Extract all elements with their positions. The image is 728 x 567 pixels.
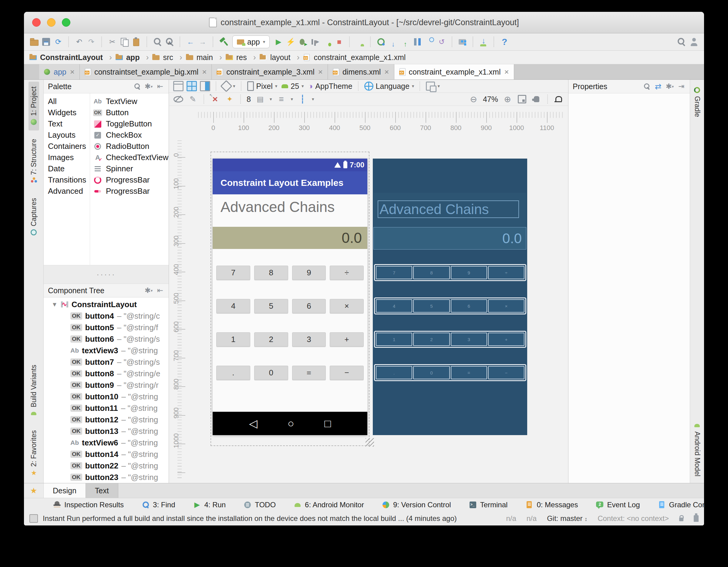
palette-category[interactable]: Date: [44, 163, 90, 174]
notifications-icon[interactable]: [555, 96, 562, 101]
calculator-button[interactable]: 5: [254, 299, 288, 313]
user-icon[interactable]: [689, 37, 699, 47]
tool-window-button[interactable]: 1: Project: [29, 82, 39, 130]
tool-window-toggle[interactable]: 4: Run: [193, 501, 226, 509]
zoom-out-icon[interactable]: [468, 94, 479, 104]
project-structure-icon[interactable]: [457, 37, 468, 47]
divider[interactable]: [349, 37, 350, 47]
close-button[interactable]: [32, 18, 41, 27]
blueprint-button[interactable]: 8: [413, 266, 450, 279]
infer-constraints-icon[interactable]: [224, 94, 235, 104]
blueprint-button[interactable]: 0: [413, 366, 450, 379]
calculator-button[interactable]: 1: [216, 332, 250, 346]
tab-close-icon[interactable]: ×: [318, 67, 323, 77]
calculator-button[interactable]: 8: [254, 266, 288, 280]
blueprint-button[interactable]: +: [488, 332, 524, 346]
zoom-button[interactable]: [62, 18, 70, 27]
paste-icon[interactable]: [131, 37, 142, 47]
expand-caret-icon[interactable]: ▼: [52, 301, 58, 308]
editor-tab[interactable]: constraint_example_3.xml ×: [212, 64, 328, 79]
help-icon[interactable]: ?: [499, 37, 510, 47]
tool-window-button[interactable]: Android Model: [692, 417, 703, 481]
tool-window-button[interactable]: Gradle: [692, 82, 703, 122]
run-icon[interactable]: ▶: [273, 37, 284, 47]
tool-window-button[interactable]: Captures: [29, 193, 39, 241]
redo-icon[interactable]: ↷: [86, 37, 96, 47]
tree-row[interactable]: Ab textView6 – "@string: [44, 437, 169, 448]
palette-category[interactable]: All: [44, 96, 90, 107]
palette-widget-item[interactable]: Button: [90, 107, 169, 118]
palette-category[interactable]: Images: [44, 152, 90, 163]
profile-icon[interactable]: [310, 37, 320, 47]
tab-close-icon[interactable]: ×: [202, 67, 207, 77]
blueprint-button[interactable]: 4: [376, 299, 412, 312]
compare-icon[interactable]: [412, 37, 423, 47]
divider[interactable]: [473, 37, 474, 47]
sync-icon[interactable]: ⟳: [53, 37, 63, 47]
calculator-button[interactable]: 2: [254, 332, 288, 346]
rollback-icon[interactable]: ↺: [436, 37, 447, 47]
divider[interactable]: [147, 37, 147, 47]
divider[interactable]: [101, 37, 102, 47]
blueprint-button[interactable]: 7: [376, 266, 412, 279]
dock-left-icon[interactable]: [156, 82, 164, 91]
search-icon[interactable]: [133, 82, 141, 91]
tree-row[interactable]: OK button6 – "@string/s: [44, 333, 169, 345]
orientation-selector[interactable]: ▾: [222, 82, 235, 90]
open-folder-icon[interactable]: [29, 37, 39, 47]
tree-row[interactable]: OK button10 – "@string: [44, 391, 169, 402]
recent-changes-icon[interactable]: [424, 37, 435, 47]
nav-back-icon[interactable]: ◁: [249, 417, 258, 430]
blueprint-heading-textview[interactable]: Advanced Chains: [378, 201, 519, 218]
breadcrumb-item[interactable]: res: [226, 53, 260, 62]
default-margin-value[interactable]: 8: [247, 95, 251, 104]
nav-home-icon[interactable]: ○: [288, 417, 294, 430]
calculator-button[interactable]: 0: [254, 366, 288, 380]
blueprint-button[interactable]: .: [376, 366, 412, 379]
theme-selector[interactable]: AppTheme: [308, 82, 352, 91]
blueprint-display[interactable]: 0.0: [373, 227, 526, 250]
editor-tab[interactable]: constraint_example_x1.xml ×: [394, 64, 514, 79]
tree-row[interactable]: OK button23 – "@string: [44, 471, 169, 483]
breadcrumb-item[interactable]: ConstraintLayout: [29, 53, 116, 62]
tree-row[interactable]: Ab textView3 – "@string: [44, 345, 169, 356]
tree-row[interactable]: OK button12 – "@string: [44, 414, 169, 425]
design-view-icon[interactable]: [173, 81, 184, 91]
calculator-button[interactable]: .: [216, 366, 250, 380]
calculator-button[interactable]: ÷: [330, 266, 364, 280]
tool-window-toggle[interactable]: Inspection Results: [53, 501, 124, 509]
save-icon[interactable]: [41, 37, 51, 47]
nav-recents-icon[interactable]: □: [324, 417, 331, 430]
lock-icon[interactable]: [679, 518, 683, 521]
back-icon[interactable]: ←: [185, 37, 196, 47]
hector-status-icon[interactable]: [694, 515, 699, 522]
editor-mode-tab[interactable]: Text: [86, 483, 118, 498]
tree-row[interactable]: OK button8 – "@string/e: [44, 368, 169, 379]
show-constraints-icon[interactable]: [174, 96, 183, 103]
gear-icon[interactable]: [666, 82, 674, 91]
git-branch[interactable]: Git: master ↕: [547, 514, 587, 523]
blueprint-button[interactable]: 3: [451, 332, 487, 346]
cut-icon[interactable]: ✂: [107, 37, 117, 47]
design-preview[interactable]: 7:00 Constraint Layout Examples Advanced…: [213, 159, 367, 435]
forward-icon[interactable]: →: [197, 37, 208, 47]
calculator-button[interactable]: 6: [292, 299, 326, 313]
palette-category[interactable]: Widgets: [44, 107, 90, 118]
zoom-fit-icon[interactable]: [518, 95, 526, 103]
calculator-button[interactable]: 4: [216, 299, 250, 313]
tab-close-icon[interactable]: ×: [70, 67, 75, 77]
undo-icon[interactable]: ↶: [74, 37, 84, 47]
palette-category[interactable]: Layouts: [44, 130, 90, 141]
instant-run-icon[interactable]: ⚡: [285, 37, 296, 47]
blueprint-view-icon[interactable]: [187, 81, 197, 91]
editor-tab[interactable]: app ×: [39, 64, 80, 79]
zoom-in-icon[interactable]: [502, 94, 513, 104]
guideline-icon[interactable]: [297, 94, 308, 104]
editor-tab[interactable]: constraintset_example_big.xml ×: [80, 64, 212, 79]
tree-row[interactable]: OK button4 – "@string/c: [44, 310, 169, 322]
calculator-button[interactable]: +: [330, 332, 364, 346]
tab-close-icon[interactable]: ×: [384, 67, 389, 77]
debug-icon[interactable]: [298, 37, 308, 47]
tree-row[interactable]: OK button5 – "@string/f: [44, 322, 169, 333]
calculator-button[interactable]: ×: [330, 299, 364, 313]
